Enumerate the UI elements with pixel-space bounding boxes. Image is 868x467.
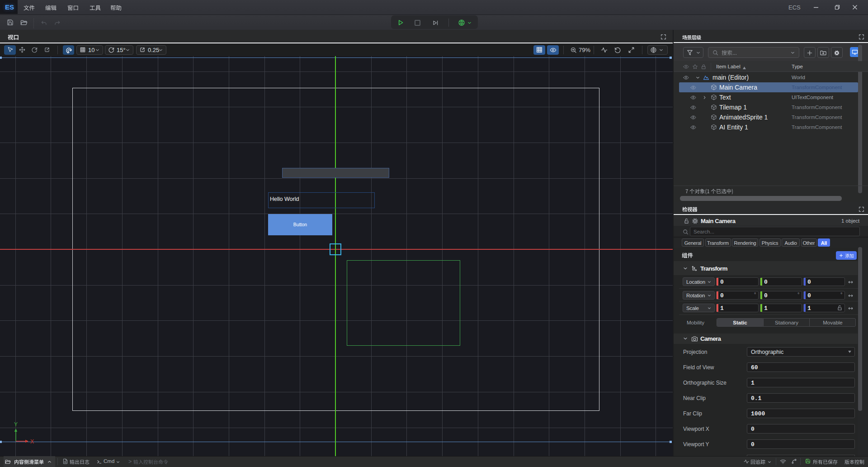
- svg-text:Y: Y: [14, 421, 18, 428]
- svg-text:X: X: [30, 438, 34, 445]
